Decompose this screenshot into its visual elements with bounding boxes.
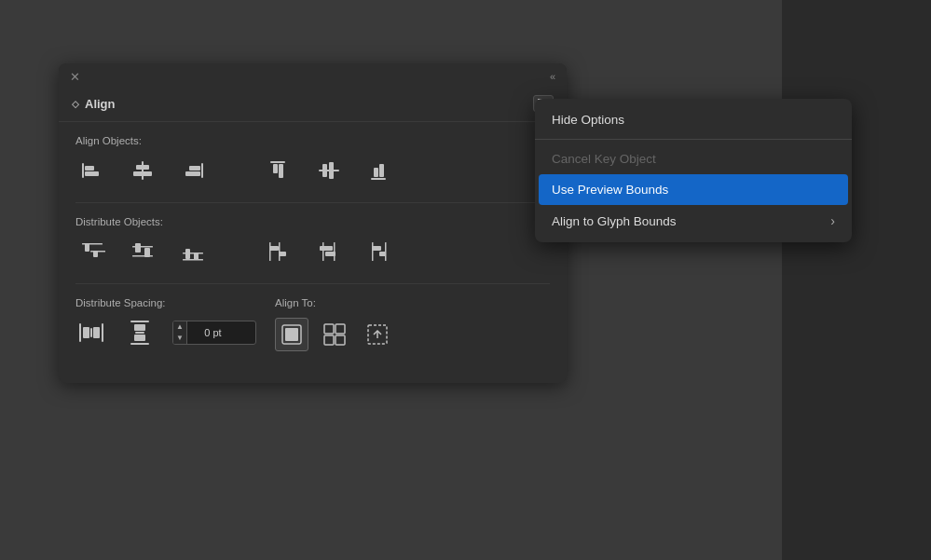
svg-rect-36 (320, 246, 333, 251)
svg-rect-17 (379, 164, 384, 177)
svg-rect-33 (279, 252, 286, 256)
distribute-spacing-horizontal-button[interactable] (75, 318, 109, 348)
align-to-selection-button[interactable] (275, 318, 308, 351)
svg-rect-34 (322, 242, 324, 261)
svg-rect-37 (325, 252, 335, 256)
menu-item-hide-options[interactable]: Hide Options (535, 104, 852, 135)
menu-item-cancel-key-object: Cancel Key Object (535, 143, 852, 174)
align-to-label: Align To: (275, 297, 394, 308)
svg-rect-10 (273, 164, 278, 173)
spin-up-button[interactable]: ▲ (173, 321, 186, 333)
align-left-button[interactable] (75, 156, 109, 185)
svg-rect-29 (194, 253, 199, 260)
svg-rect-20 (85, 243, 89, 252)
svg-rect-38 (372, 242, 374, 261)
svg-rect-54 (324, 324, 334, 334)
svg-rect-1 (85, 166, 94, 171)
panel-title-text: Align (85, 97, 116, 111)
svg-rect-5 (133, 171, 152, 176)
bottom-row: Distribute Spacing: (75, 297, 550, 351)
align-center-vertical-button[interactable] (312, 156, 346, 185)
menu-item-use-preview-bounds-label: Use Preview Bounds (552, 183, 668, 197)
distribute-top-button[interactable] (75, 237, 109, 266)
svg-rect-44 (83, 327, 89, 338)
distribute-center-horizontal-button[interactable] (126, 237, 159, 266)
distribute-objects-label: Distribute Objects: (75, 216, 550, 227)
align-to-artboard-button[interactable] (361, 320, 394, 349)
align-panel: ✕ « ◇ Align Align Objects: (59, 63, 567, 383)
menu-item-align-to-glyph-bounds[interactable]: Align to Glyph Bounds › (535, 205, 852, 237)
spin-down-button[interactable]: ▼ (173, 333, 186, 344)
spacing-input-wrapper: ▲ ▼ (172, 321, 256, 345)
collapse-button[interactable]: « (550, 71, 555, 82)
panel-content: Align Objects: (59, 122, 567, 364)
svg-rect-25 (144, 248, 150, 257)
distribute-spacing-section: Distribute Spacing: (75, 297, 256, 348)
spinner-buttons: ▲ ▼ (173, 321, 187, 344)
submenu-arrow-icon: › (830, 213, 835, 228)
menu-separator-1 (535, 139, 852, 140)
distribute-center-vertical-button[interactable] (312, 237, 346, 266)
svg-rect-40 (372, 246, 381, 251)
svg-rect-24 (135, 243, 141, 253)
distribute-bottom-button[interactable] (176, 237, 210, 266)
align-center-horizontal-button[interactable] (126, 156, 159, 185)
menu-item-cancel-key-object-label: Cancel Key Object (552, 152, 656, 166)
distribute-left-vertical-button[interactable] (262, 237, 295, 266)
svg-rect-7 (189, 166, 200, 171)
align-bottom-button[interactable] (363, 156, 396, 185)
section-divider-1 (75, 202, 550, 203)
svg-rect-2 (85, 171, 99, 176)
svg-rect-43 (90, 328, 92, 337)
align-objects-row (75, 156, 550, 185)
align-to-row (275, 318, 394, 351)
svg-rect-11 (279, 164, 283, 178)
svg-rect-21 (93, 251, 98, 257)
svg-rect-13 (322, 164, 327, 177)
distribute-right-vertical-button[interactable] (363, 237, 396, 266)
svg-rect-9 (270, 161, 285, 163)
svg-rect-48 (135, 332, 144, 334)
svg-rect-41 (379, 252, 386, 256)
diamond-icon: ◇ (72, 99, 79, 109)
svg-rect-55 (335, 324, 345, 334)
svg-rect-16 (374, 168, 378, 177)
section-divider-2 (75, 283, 550, 284)
svg-rect-50 (134, 335, 145, 341)
svg-rect-49 (134, 324, 145, 331)
menu-item-align-to-glyph-bounds-label: Align to Glyph Bounds (552, 214, 677, 228)
svg-rect-42 (79, 323, 81, 342)
svg-rect-30 (269, 242, 271, 261)
align-objects-label: Align Objects: (75, 135, 550, 146)
panel-header: ◇ Align (59, 89, 567, 122)
svg-rect-53 (285, 328, 298, 341)
distribute-objects-row (75, 237, 550, 266)
svg-rect-4 (136, 165, 149, 170)
panel-titlebar: ✕ « (59, 63, 567, 89)
align-to-section: Align To: (275, 297, 394, 351)
svg-rect-14 (329, 162, 334, 179)
svg-rect-3 (142, 161, 144, 180)
menu-item-hide-options-label: Hide Options (552, 113, 624, 127)
menu-item-use-preview-bounds[interactable]: Use Preview Bounds (539, 174, 848, 205)
align-to-key-object-button[interactable] (318, 320, 351, 349)
panel-title-group: ◇ Align (72, 97, 116, 111)
svg-rect-6 (201, 163, 203, 178)
svg-rect-51 (130, 343, 149, 345)
align-right-button[interactable] (176, 156, 210, 185)
spacing-input[interactable] (187, 327, 239, 338)
close-button[interactable]: ✕ (70, 71, 81, 82)
svg-rect-39 (385, 242, 387, 261)
svg-rect-46 (102, 323, 103, 342)
svg-rect-0 (82, 163, 84, 178)
distribute-spacing-vertical-button[interactable] (124, 318, 157, 348)
distribute-spacing-label: Distribute Spacing: (75, 297, 256, 308)
svg-rect-47 (130, 321, 149, 322)
svg-rect-56 (324, 335, 334, 345)
svg-rect-28 (185, 249, 190, 259)
dropdown-menu: Hide Options Cancel Key Object Use Previ… (535, 99, 852, 242)
align-top-button[interactable] (262, 156, 295, 185)
right-panel (782, 0, 931, 560)
svg-rect-57 (335, 335, 345, 345)
distribute-spacing-row: ▲ ▼ (75, 318, 256, 348)
